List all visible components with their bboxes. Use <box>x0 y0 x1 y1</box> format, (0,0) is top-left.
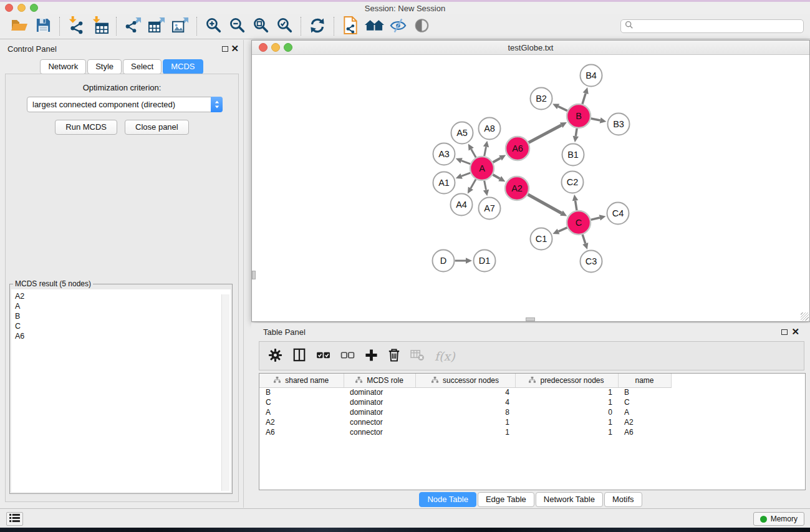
tab-node-table[interactable]: Node Table <box>419 492 476 507</box>
show-graphics-details-button[interactable] <box>410 14 433 38</box>
graph-node-A8[interactable]: A8 <box>479 118 501 140</box>
tab-select[interactable]: Select <box>123 59 162 74</box>
tab-mcds[interactable]: MCDS <box>163 59 203 74</box>
network-canvas[interactable]: B4B2BB3A5A8A6A3B1AA1C2A2A4A7C4CC1C3DD1 <box>252 55 809 321</box>
cell-successor_nodes[interactable]: 8 <box>415 407 515 417</box>
column-header-name[interactable]: name <box>618 374 671 387</box>
graph-node-B4[interactable]: B4 <box>581 65 602 87</box>
graph-edge-A-A7[interactable] <box>485 181 486 190</box>
graph-edge-A-A8[interactable] <box>485 147 486 156</box>
mcds-result-item[interactable]: A <box>15 301 231 311</box>
graph-node-A4[interactable]: A4 <box>451 194 473 216</box>
graph-edge-B-B1[interactable] <box>576 128 577 137</box>
cell-name[interactable]: B <box>618 387 671 397</box>
tab-style[interactable]: Style <box>87 59 122 74</box>
graph-edge-C-C3[interactable] <box>582 235 586 243</box>
node-table[interactable]: shared nameMCDS rolesuccessor nodesprede… <box>259 373 806 490</box>
delete-columns-button[interactable] <box>388 348 400 364</box>
tab-edge-table[interactable]: Edge Table <box>478 492 534 507</box>
cell-mcds_role[interactable]: dominator <box>344 397 415 407</box>
mcds-result-list[interactable]: A2ABCA6 <box>11 289 231 492</box>
graph-node-B3[interactable]: B3 <box>608 114 630 135</box>
graph-node-C[interactable]: C <box>567 211 591 235</box>
graph-node-D[interactable]: D <box>433 250 455 272</box>
zoom-out-button[interactable] <box>225 14 249 38</box>
cell-successor_nodes[interactable]: 4 <box>415 397 515 407</box>
cell-shared_name[interactable]: B <box>259 387 344 397</box>
add-column-button[interactable] <box>365 349 378 364</box>
cell-mcds_role[interactable]: connector <box>344 417 415 427</box>
task-history-button[interactable] <box>6 512 23 526</box>
cell-predecessor_nodes[interactable]: 1 <box>515 397 618 407</box>
tab-motifs[interactable]: Motifs <box>604 492 642 507</box>
import-table-button[interactable] <box>88 14 112 38</box>
graph-node-C3[interactable]: C3 <box>581 251 602 273</box>
delete-table-button[interactable] <box>410 349 425 363</box>
float-table-panel-icon[interactable] <box>781 329 788 335</box>
resize-grip-icon[interactable] <box>801 312 809 321</box>
graph-node-C4[interactable]: C4 <box>607 203 629 225</box>
table-row[interactable]: Bdominator41B <box>259 387 805 397</box>
graph-node-C1[interactable]: C1 <box>531 228 552 250</box>
cell-predecessor_nodes[interactable]: 0 <box>515 407 618 417</box>
vertical-scrollbar-thumb[interactable] <box>252 271 256 279</box>
graph-edge-A-A6[interactable] <box>493 158 500 162</box>
tab-network[interactable]: Network <box>40 59 86 74</box>
memory-button[interactable]: Memory <box>753 512 804 526</box>
network-window-titlebar[interactable]: testGlobe.txt <box>252 41 809 55</box>
column-settings-button[interactable] <box>268 348 282 364</box>
titlebar[interactable]: Session: New Session <box>0 2 810 14</box>
graph-edge-C-C4[interactable] <box>591 218 599 220</box>
criterion-select[interactable]: largest connected component (directed) <box>27 97 223 112</box>
graph-edge-B-B3[interactable] <box>591 118 600 120</box>
toggle-columns-button[interactable] <box>292 348 306 364</box>
cell-name[interactable]: A2 <box>618 417 671 427</box>
float-panel-icon[interactable] <box>222 46 228 52</box>
network-from-document-button[interactable] <box>339 14 362 38</box>
cell-predecessor_nodes[interactable]: 1 <box>515 427 618 437</box>
zoom-selected-button[interactable] <box>272 14 296 38</box>
open-file-button[interactable] <box>7 14 31 38</box>
export-image-button[interactable] <box>168 14 192 38</box>
graph-node-B[interactable]: B <box>567 104 591 128</box>
mcds-result-item[interactable]: A2 <box>15 291 231 301</box>
graph-edge-A6-B[interactable] <box>529 125 562 143</box>
run-mcds-button[interactable]: Run MCDS <box>55 120 117 135</box>
import-network-button[interactable] <box>64 14 88 38</box>
cell-successor_nodes[interactable]: 1 <box>415 417 515 427</box>
graph-node-D1[interactable]: D1 <box>474 250 496 272</box>
graph-node-A2[interactable]: A2 <box>505 177 529 200</box>
graph-edge-A-A2[interactable] <box>493 175 499 178</box>
zoom-in-button[interactable] <box>201 14 225 38</box>
graph-edge-A2-C[interactable] <box>528 195 561 213</box>
close-table-panel-icon[interactable]: ✕ <box>791 326 799 337</box>
mcds-result-item[interactable]: B <box>15 311 231 321</box>
cell-predecessor_nodes[interactable]: 1 <box>515 387 618 397</box>
column-header-MCDS-role[interactable]: MCDS role <box>344 374 415 387</box>
column-header-shared-name[interactable]: shared name <box>259 374 344 387</box>
column-header-successor-nodes[interactable]: successor nodes <box>415 374 515 387</box>
search-input[interactable] <box>636 22 803 31</box>
mcds-result-item[interactable]: C <box>15 321 231 331</box>
graph-node-A7[interactable]: A7 <box>479 198 501 220</box>
export-network-button[interactable] <box>121 14 145 38</box>
graph-edge-B-B2[interactable] <box>558 107 567 111</box>
graph-node-A3[interactable]: A3 <box>433 143 455 165</box>
graph-node-A5[interactable]: A5 <box>451 122 473 144</box>
graph-node-B1[interactable]: B1 <box>562 144 584 166</box>
graph-node-A[interactable]: A <box>470 157 494 180</box>
deselect-all-button[interactable] <box>340 350 355 362</box>
cell-shared_name[interactable]: C <box>259 397 344 407</box>
table-row[interactable]: A6connector11A6 <box>259 427 805 437</box>
refresh-layout-button[interactable] <box>306 14 329 38</box>
graph-node-C2[interactable]: C2 <box>562 172 584 193</box>
result-scrollbar[interactable] <box>221 294 229 491</box>
cell-successor_nodes[interactable]: 1 <box>415 427 515 437</box>
cell-successor_nodes[interactable]: 4 <box>415 387 515 397</box>
graph-node-A1[interactable]: A1 <box>433 172 455 194</box>
zoom-fit-button[interactable] <box>249 14 272 38</box>
graph-node-A6[interactable]: A6 <box>506 137 529 160</box>
save-session-button[interactable] <box>31 14 55 38</box>
mcds-result-item[interactable]: A6 <box>15 331 231 341</box>
cell-shared_name[interactable]: A <box>259 407 344 417</box>
